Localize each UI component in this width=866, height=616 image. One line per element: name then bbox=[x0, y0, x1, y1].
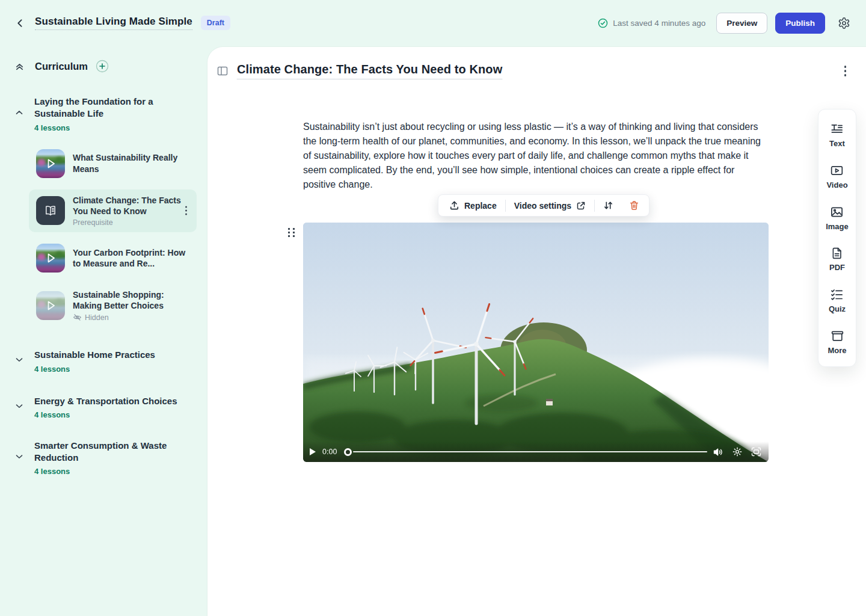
back-button[interactable] bbox=[15, 18, 25, 28]
block-drag-handle[interactable] bbox=[286, 226, 298, 239]
publish-button[interactable]: Publish bbox=[775, 13, 825, 34]
add-section-button[interactable] bbox=[96, 60, 109, 73]
curriculum-section: Sustainable Home Practices 4 lessons bbox=[0, 349, 207, 373]
panel-left-icon bbox=[217, 66, 228, 76]
plus-circle-icon bbox=[96, 60, 109, 73]
lesson-title: Climate Change: The Facts You Need to Kn… bbox=[73, 195, 191, 217]
section-title[interactable]: Smarter Consumption & Waste Reduction bbox=[34, 440, 195, 464]
lesson-title: Your Carbon Footprint: How to Measure an… bbox=[73, 247, 191, 269]
toggle-sidebar-button[interactable] bbox=[217, 66, 228, 76]
play-icon bbox=[36, 149, 65, 178]
curriculum-sidebar: Curriculum Laying the Foundation for a S… bbox=[0, 46, 207, 616]
course-title[interactable]: Sustainable Living Made Simple bbox=[35, 16, 192, 30]
lesson-options-button[interactable] bbox=[841, 63, 850, 79]
add-text-block-button[interactable]: Text bbox=[829, 122, 845, 148]
section-lesson-count: 4 lessons bbox=[34, 410, 195, 419]
video-thumbnail bbox=[36, 149, 65, 178]
lesson-list: What Sustainability Really Means Climate… bbox=[0, 144, 207, 328]
section-title[interactable]: Sustainable Home Practices bbox=[34, 349, 195, 361]
tool-label: Video bbox=[826, 180, 847, 189]
tool-label: Quiz bbox=[829, 304, 846, 313]
section-title[interactable]: Laying the Foundation for a Sustainable … bbox=[34, 96, 195, 120]
video-settings-label: Video settings bbox=[514, 201, 571, 211]
video-toolbar: Replace Video settings bbox=[438, 194, 650, 217]
add-image-block-button[interactable]: Image bbox=[826, 205, 849, 231]
add-video-block-button[interactable]: Video bbox=[826, 164, 847, 189]
quiz-checklist-icon bbox=[830, 288, 844, 301]
video-player[interactable]: 0:00 bbox=[303, 223, 769, 462]
saved-status: Last saved 4 minutes ago bbox=[598, 18, 705, 28]
playback-time: 0:00 bbox=[322, 448, 337, 456]
player-settings-button[interactable] bbox=[732, 447, 742, 457]
block-tool-panel: Text Video Image PDF Quiz bbox=[818, 109, 856, 367]
tool-label: PDF bbox=[829, 263, 845, 272]
video-icon bbox=[830, 164, 844, 177]
wind-farm-video-frame bbox=[303, 223, 769, 462]
play-icon bbox=[36, 244, 65, 273]
lesson-editor: Climate Change: The Facts You Need to Kn… bbox=[207, 47, 866, 616]
play-icon bbox=[36, 291, 65, 320]
book-open-icon bbox=[43, 203, 58, 218]
section-lesson-count: 4 lessons bbox=[34, 467, 195, 476]
collapse-all-button[interactable] bbox=[14, 61, 25, 72]
app-header: Sustainable Living Made Simple Draft Las… bbox=[0, 0, 866, 46]
lesson-subtitle: Hidden bbox=[85, 313, 109, 322]
video-thumbnail bbox=[36, 291, 65, 320]
chevron-down-icon[interactable] bbox=[14, 355, 24, 365]
chevrons-up-icon bbox=[14, 61, 25, 72]
chevron-up-icon[interactable] bbox=[14, 108, 24, 117]
delete-block-button[interactable] bbox=[622, 195, 646, 216]
settings-button[interactable] bbox=[838, 17, 850, 29]
lesson-item[interactable]: What Sustainability Really Means bbox=[29, 144, 197, 183]
lesson-item[interactable]: Your Carbon Footprint: How to Measure an… bbox=[29, 238, 197, 278]
section-lesson-count: 4 lessons bbox=[34, 123, 195, 132]
status-badge: Draft bbox=[201, 16, 230, 30]
lesson-menu-button[interactable] bbox=[183, 204, 189, 218]
reorder-block-button[interactable] bbox=[595, 195, 622, 216]
lesson-body-text[interactable]: Sustainability isn’t just about recyclin… bbox=[303, 120, 770, 192]
replace-video-button[interactable]: Replace bbox=[441, 195, 505, 216]
trash-icon bbox=[629, 200, 639, 211]
saved-status-text: Last saved 4 minutes ago bbox=[613, 19, 705, 28]
text-icon bbox=[830, 122, 844, 136]
replace-label: Replace bbox=[464, 201, 497, 211]
tool-label: Image bbox=[826, 222, 849, 231]
reading-thumbnail bbox=[36, 196, 65, 225]
check-circle-icon bbox=[598, 18, 608, 28]
up-down-arrows-icon bbox=[603, 200, 613, 211]
archive-box-icon bbox=[831, 329, 844, 343]
curriculum-section: Energy & Transportation Choices 4 lesson… bbox=[0, 395, 207, 419]
pdf-document-icon bbox=[831, 247, 844, 260]
play-button[interactable] bbox=[309, 448, 316, 456]
chevron-down-icon[interactable] bbox=[14, 452, 24, 461]
add-pdf-block-button[interactable]: PDF bbox=[829, 247, 845, 272]
progress-track[interactable] bbox=[353, 451, 707, 453]
lesson-title: What Sustainability Really Means bbox=[73, 152, 191, 174]
preview-button[interactable]: Preview bbox=[716, 13, 767, 34]
tool-label: More bbox=[828, 346, 846, 355]
eye-off-icon bbox=[73, 313, 82, 322]
lesson-title: Sustainable Shopping: Making Better Choi… bbox=[73, 289, 191, 311]
scrubber-handle[interactable] bbox=[344, 448, 352, 456]
video-thumbnail bbox=[36, 244, 65, 273]
lesson-item-selected[interactable]: Climate Change: The Facts You Need to Kn… bbox=[29, 189, 197, 232]
section-lesson-count: 4 lessons bbox=[34, 365, 195, 374]
upload-icon bbox=[449, 200, 459, 211]
curriculum-section: Laying the Foundation for a Sustainable … bbox=[0, 96, 207, 132]
section-title[interactable]: Energy & Transportation Choices bbox=[34, 395, 195, 407]
curriculum-header: Curriculum bbox=[0, 60, 207, 73]
image-icon bbox=[830, 205, 844, 219]
lesson-page-title[interactable]: Climate Change: The Facts You Need to Kn… bbox=[237, 63, 502, 79]
video-settings-button[interactable]: Video settings bbox=[506, 195, 594, 216]
lesson-item-hidden[interactable]: Sustainable Shopping: Making Better Choi… bbox=[29, 284, 197, 327]
video-controls-bar: 0:00 bbox=[303, 442, 769, 462]
add-quiz-block-button[interactable]: Quiz bbox=[829, 288, 846, 313]
lesson-header: Climate Change: The Facts You Need to Kn… bbox=[207, 47, 866, 79]
fullscreen-button[interactable] bbox=[751, 447, 761, 457]
more-blocks-button[interactable]: More bbox=[828, 329, 846, 355]
chevron-down-icon[interactable] bbox=[14, 401, 24, 411]
chevron-left-icon bbox=[15, 18, 25, 28]
curriculum-title: Curriculum bbox=[35, 61, 88, 72]
gear-icon bbox=[838, 17, 850, 29]
volume-button[interactable] bbox=[713, 448, 723, 457]
